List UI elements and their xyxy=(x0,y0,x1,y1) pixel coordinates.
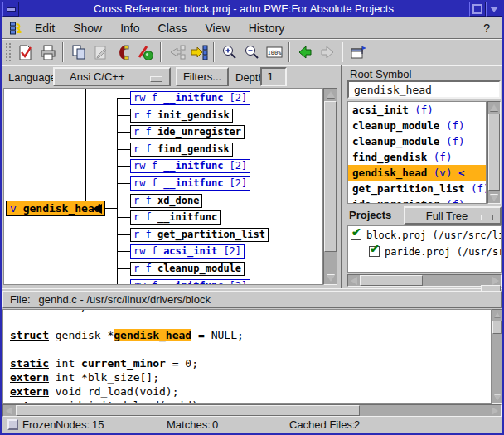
menu-item-show[interactable]: Show xyxy=(73,22,102,35)
symbol-list-item[interactable]: cleanup_module (f) xyxy=(348,133,486,149)
window-menu-icon xyxy=(490,7,498,12)
xref-node[interactable]: rw f __initfunc [2] xyxy=(130,91,250,105)
code-segment: current_minor xyxy=(81,357,166,370)
scroll-left-arrow[interactable] xyxy=(348,275,359,286)
xref-node[interactable]: r f get_partition_list xyxy=(130,228,269,242)
xref-node[interactable]: rw f acsi_init [2] xyxy=(130,244,245,259)
xref-root-connector xyxy=(104,208,118,209)
symbol-list[interactable]: acsi_init (f)cleanup_module (f)cleanup_m… xyxy=(347,101,487,204)
scroll-up-arrow[interactable] xyxy=(488,102,500,113)
xref-node[interactable]: rw f __initfunc [2] xyxy=(130,176,250,191)
code-segment: static xyxy=(10,357,49,370)
xref-node[interactable]: rw f __initfunc [2] xyxy=(130,279,250,285)
help-menu[interactable]: ? xyxy=(483,22,490,35)
minimize-button[interactable] xyxy=(2,2,19,17)
source-code-view[interactable]: */ struct gendisk *gendisk_head = NULL; … xyxy=(2,309,492,404)
print-icon[interactable] xyxy=(36,41,59,63)
title-bar[interactable]: Cross Referencer: block.proj - adm PWE:F… xyxy=(2,2,502,17)
history-back-icon[interactable] xyxy=(293,41,316,63)
toolbar-separator xyxy=(213,42,215,62)
xref-root-node[interactable]: v gendisk_head xyxy=(6,201,105,216)
xref-symbol-name: __initfunc xyxy=(163,280,223,285)
xref-branch-line xyxy=(117,115,130,116)
colorize-icon[interactable] xyxy=(134,41,157,63)
frozen-checkbox[interactable] xyxy=(7,419,18,430)
toolbar-grip-handle[interactable] xyxy=(5,42,11,62)
menu-item-edit[interactable]: Edit xyxy=(35,22,55,35)
symbol-list-item[interactable]: acsi_init (f) xyxy=(348,102,486,118)
xref-node[interactable]: r f xd_done xyxy=(130,194,202,208)
project-view-option-menu[interactable]: Full Tree xyxy=(404,206,502,225)
magnet-icon[interactable] xyxy=(112,41,134,63)
xref-symbol-name: cleanup_module xyxy=(158,263,241,274)
scrollbar-thumb[interactable] xyxy=(324,101,337,252)
zoom-100-icon[interactable]: 100% xyxy=(263,41,285,63)
xref-branch-line xyxy=(117,149,130,150)
scroll-down-arrow[interactable] xyxy=(492,393,502,403)
xref-node[interactable]: rw f __initfunc [2] xyxy=(130,159,250,173)
window-menu-button[interactable] xyxy=(486,2,502,17)
symbol-list-item[interactable]: find_gendisk (f) xyxy=(348,149,486,165)
menu-item-info[interactable]: Info xyxy=(120,22,139,35)
scrollbar-thumb[interactable] xyxy=(492,321,502,334)
symbol-list-vscrollbar[interactable] xyxy=(487,101,501,204)
project-item[interactable]: paride.proj (/usr/src xyxy=(385,245,502,259)
left-arrowhead-icon xyxy=(93,204,102,214)
scroll-up-arrow[interactable] xyxy=(324,89,337,100)
symbol-kind: (f) xyxy=(434,151,453,163)
xref-access-flags: rw f xyxy=(133,92,163,104)
symbol-list-item[interactable]: cleanup_module (f) xyxy=(348,118,486,133)
zoom-in-icon[interactable] xyxy=(218,41,240,63)
xref-canvas-vscrollbar[interactable] xyxy=(323,88,337,285)
language-option-menu[interactable]: Ansi C/C++ xyxy=(53,67,171,86)
code-hscrollbar[interactable] xyxy=(2,404,502,417)
file-label: File: xyxy=(10,293,31,306)
xref-node[interactable]: r f init_gendisk xyxy=(130,109,233,123)
expand-tree-icon[interactable] xyxy=(187,41,210,63)
root-symbol-field[interactable]: gendisk_head xyxy=(347,80,501,99)
menu-item-view[interactable]: View xyxy=(206,22,230,35)
zoom-out-icon[interactable] xyxy=(240,41,263,63)
scroll-down-arrow[interactable] xyxy=(324,273,337,284)
xref-ref-count: [2] xyxy=(223,160,247,172)
scroll-down-arrow[interactable] xyxy=(488,192,500,203)
menu-item-class[interactable]: Class xyxy=(158,22,187,35)
annotate-icon[interactable] xyxy=(14,41,36,63)
xref-node[interactable]: r f cleanup_module xyxy=(130,262,245,276)
code-vscrollbar[interactable] xyxy=(492,309,502,404)
scroll-left-arrow[interactable] xyxy=(3,405,15,416)
highlighted-symbol[interactable]: gendisk_head xyxy=(114,329,191,341)
code-segment: struct xyxy=(10,329,49,341)
project-checkbox[interactable]: ✔ xyxy=(369,246,380,257)
symbol-list-item[interactable]: ide_unregister (f) xyxy=(348,196,486,204)
depth-field[interactable]: 1 xyxy=(260,67,287,86)
symbol-name: get_partition_list xyxy=(352,182,471,195)
menu-item-history[interactable]: History xyxy=(249,22,285,35)
frozen-label: Frozen xyxy=(22,418,56,431)
symbol-list-item[interactable]: gendisk_head (v) < xyxy=(348,165,486,181)
copy-icon[interactable] xyxy=(67,41,90,63)
projects-tree[interactable]: ✔block.proj (/usr/src/lin✔paride.proj (/… xyxy=(347,225,502,273)
xref-node[interactable]: r f __initfunc xyxy=(130,210,220,225)
xref-branch-line xyxy=(117,132,130,133)
maximize-button[interactable] xyxy=(469,2,486,17)
scrollbar-thumb[interactable] xyxy=(360,275,423,286)
xref-branch-line xyxy=(117,201,130,201)
symbol-name: gendisk_head xyxy=(352,167,434,179)
properties-icon[interactable] xyxy=(346,41,369,63)
symbol-list-item[interactable]: get_partition_list (f) xyxy=(348,181,486,196)
scrollbar-thumb[interactable] xyxy=(488,114,500,191)
project-item[interactable]: block.proj (/usr/src/lin xyxy=(366,229,502,242)
xref-graph-canvas[interactable]: v gendisk_head rw f __initfunc [2]r f in… xyxy=(3,88,323,285)
projects-hscrollbar[interactable] xyxy=(347,274,502,287)
scroll-right-arrow[interactable] xyxy=(489,405,501,416)
xref-branch-line xyxy=(117,166,130,167)
scrollbar-thumb[interactable] xyxy=(16,405,360,416)
code-segment: = 0; xyxy=(166,357,198,370)
filters-button[interactable]: Filters... xyxy=(176,67,229,86)
xref-node[interactable]: r f ide_unregister xyxy=(130,125,245,139)
project-checkbox[interactable]: ✔ xyxy=(351,230,361,240)
xref-node[interactable]: r f find_gendisk xyxy=(130,143,233,157)
pane-divider xyxy=(341,65,342,288)
scroll-up-arrow[interactable] xyxy=(492,310,502,320)
